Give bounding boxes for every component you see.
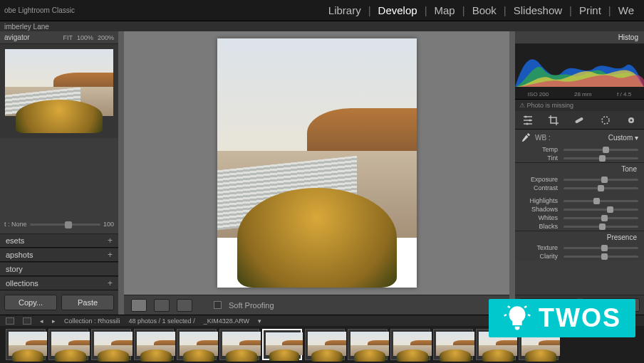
basic-sliders-icon[interactable] [522,115,534,126]
filmstrip-thumb[interactable] [433,329,473,360]
copy-button[interactable]: Copy... [4,295,57,310]
snapshots-label: apshots [6,251,33,259]
module-slideshow[interactable]: Slideshow [507,4,569,16]
svg-rect-3 [575,117,583,123]
texture-slider[interactable] [564,247,638,249]
mask-icon[interactable] [600,115,611,126]
histo-aperture: f / 4.5 [617,91,631,98]
highlights-slider[interactable] [564,200,638,202]
go-forward-icon[interactable]: ▸ [52,317,56,325]
zoom-100[interactable]: 100% [77,34,93,41]
svg-point-0 [525,115,527,117]
shadows-slider[interactable] [564,209,638,211]
svg-point-1 [529,119,531,121]
histogram-header[interactable]: Histog [515,31,644,44]
white-balance-row: WB : Custom ▾ [515,130,644,145]
module-print[interactable]: Print [572,4,608,16]
module-book[interactable]: Book [465,4,504,16]
svg-point-4 [602,117,609,124]
go-back-icon[interactable]: ◂ [40,317,43,325]
module-map[interactable]: Map [427,4,462,16]
navigator-preview[interactable] [0,44,118,138]
healing-icon[interactable] [573,115,585,126]
clarity-slider[interactable] [564,256,638,258]
filmstrip-thumb[interactable] [177,329,217,360]
loupe-view-button[interactable] [131,299,147,312]
app-name: obe Lightroom Classic [0,6,79,14]
soft-proofing-label: Soft Proofing [229,301,274,310]
photo-missing-warning: ⚠ Photo is missing [515,100,644,111]
plus-icon[interactable]: + [108,278,113,288]
exposure-slider[interactable] [564,179,638,181]
svg-point-2 [526,122,529,125]
grid-icon[interactable] [23,317,31,325]
temp-slider[interactable] [564,149,638,151]
collection-name[interactable]: Rhossili [98,317,120,325]
tint-slider[interactable] [564,157,638,159]
image-viewport[interactable] [124,31,509,295]
history-section[interactable]: story [0,262,118,276]
filmstrip-thumb[interactable] [262,329,302,360]
crop-icon[interactable] [548,115,559,126]
collection-label: Collection : [64,317,96,325]
slider-label: Clarity [521,253,558,260]
slider-label: Contrast [521,184,558,191]
center-stage: Soft Proofing [118,31,515,315]
wb-label: WB : [535,134,551,142]
preset-amount-slider[interactable] [30,223,100,226]
module-develop[interactable]: Develop [371,4,425,16]
preset-label: t : None [4,221,27,228]
collections-section[interactable]: ollections+ [0,276,118,290]
contrast-slider[interactable] [564,187,638,189]
module-web[interactable]: We [611,4,641,16]
presets-section[interactable]: esets+ [0,233,118,248]
lightbulb-icon [503,304,531,332]
identity-plate: imberley Lane [0,21,644,31]
secondary-display-icon[interactable] [6,317,14,325]
slider-label: Shadows [521,206,558,213]
zoom-200[interactable]: 200% [98,34,114,41]
snapshots-section[interactable]: apshots+ [0,248,118,262]
right-panel: Histog ISO 200 28 mm f / 4.5 ⚠ Photo is … [515,31,644,315]
filmstrip-thumb[interactable] [134,329,174,360]
slider-label: Blacks [521,223,558,230]
filmstrip-thumb[interactable] [305,329,345,360]
dropdown-icon[interactable]: ▾ [258,317,261,325]
wb-dropdown[interactable]: Custom ▾ [608,134,638,142]
filmstrip-thumb[interactable] [219,329,259,360]
navigator-title: avigator [4,33,30,41]
whites-slider[interactable] [564,217,638,219]
photo-count: 48 photos / 1 selected / [129,317,195,325]
filmstrip-thumb[interactable] [6,329,46,360]
current-filename: _KIM4328.ARW [204,317,249,325]
eyedropper-icon[interactable] [521,132,531,142]
tint-label: Tint [521,154,558,162]
module-library[interactable]: Library [321,4,368,16]
slider-label: Whites [521,214,558,221]
filmstrip-thumb[interactable] [91,329,131,360]
slider-label: Highlights [521,197,558,204]
filmstrip-thumb[interactable] [390,329,430,360]
zoom-fit[interactable]: FIT [63,34,73,41]
slider-label: Texture [521,244,558,251]
filmstrip-thumb[interactable] [348,329,388,360]
history-label: story [6,265,23,273]
before-after-lr-button[interactable] [154,299,170,312]
before-after-tb-button[interactable] [177,299,192,312]
presets-label: esets [6,236,24,245]
title-bar: obe Lightroom Classic Library| Develop| … [0,0,644,21]
redeye-icon[interactable] [625,115,637,126]
navigator-header[interactable]: avigator FIT 100% 200% [0,31,118,44]
plus-icon[interactable]: + [108,236,113,246]
paste-button[interactable]: Paste [61,295,114,310]
plus-icon[interactable]: + [108,250,113,260]
watermark-text: TWOS [539,303,621,333]
temp-label: Temp [521,146,558,153]
preset-value: 100 [103,221,114,228]
histo-iso: ISO 200 [528,91,549,98]
filmstrip-thumb[interactable] [48,329,88,360]
soft-proofing-checkbox[interactable] [214,301,222,309]
histogram[interactable]: ISO 200 28 mm f / 4.5 [515,44,644,100]
tone-title: Tone [515,162,644,175]
blacks-slider[interactable] [564,226,638,228]
